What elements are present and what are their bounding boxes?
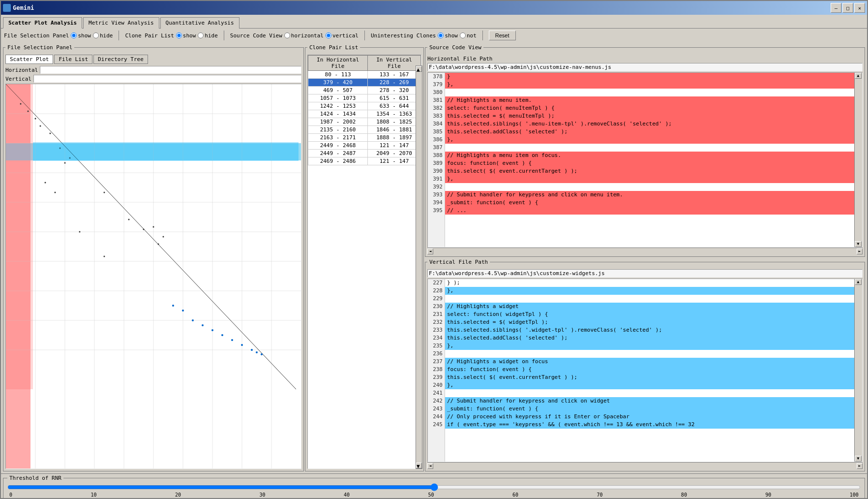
scatter-plot-container[interactable]: Number of drawn Files: 277 Lines of draw… bbox=[5, 84, 301, 469]
file-selection-hide-option[interactable]: hide bbox=[93, 32, 113, 39]
vertical-line-numbers: 2272282292302312322332342352362372382392… bbox=[428, 279, 445, 462]
svg-point-28 bbox=[153, 226, 154, 228]
svg-point-48 bbox=[104, 192, 105, 193]
svg-point-26 bbox=[79, 231, 81, 233]
source-panel: Source Code View Horizontal File Path F:… bbox=[425, 44, 865, 471]
uninteresting-group: Uninteresting Clones show not bbox=[371, 32, 477, 39]
tab-quantitative[interactable]: Quantitative Analysis bbox=[160, 17, 239, 29]
threshold-panel: Threshold of RNR 0 10 20 30 40 50 60 70 … bbox=[1, 473, 867, 498]
clone-pair-table-container: In Horizontal File In Vertical File 80 -… bbox=[307, 55, 421, 469]
clone-pair-radio-group: show hide bbox=[176, 32, 218, 39]
clone-pair-row[interactable]: 1057 - 1073615 - 631 bbox=[308, 94, 421, 102]
clone-pair-row[interactable]: 2163 - 21711888 - 1897 bbox=[308, 134, 421, 142]
v-scroll-track bbox=[855, 285, 862, 456]
h-scroll-down[interactable]: ▼ bbox=[855, 241, 862, 247]
svg-point-35 bbox=[221, 334, 223, 336]
horizontal-input[interactable] bbox=[40, 66, 301, 74]
threshold-title: Threshold of RNR bbox=[7, 475, 63, 481]
axis-labels: Horizontal Vertical bbox=[5, 66, 301, 83]
vertical-code-area: 2272282292302312322332342352362372382392… bbox=[427, 279, 863, 462]
uninteresting-show-option[interactable]: show bbox=[438, 32, 458, 39]
separator-2 bbox=[224, 31, 224, 40]
clone-pair-row[interactable]: 2469 - 2486121 - 147 bbox=[308, 157, 421, 165]
v-hscroll-track bbox=[433, 463, 857, 469]
clone-pair-row[interactable]: 2449 - 2468121 - 147 bbox=[308, 142, 421, 150]
v-scroll-up[interactable]: ▲ bbox=[855, 279, 862, 285]
col-vertical: In Vertical File bbox=[368, 56, 421, 71]
source-code-view-title: Source Code View bbox=[427, 44, 483, 51]
maximize-button[interactable]: □ bbox=[842, 3, 853, 13]
svg-point-31 bbox=[182, 310, 184, 312]
h-scroll-left[interactable]: ◄ bbox=[427, 249, 433, 254]
v-scroll-left[interactable]: ◄ bbox=[427, 463, 433, 469]
h-hscrollbar[interactable]: ◄ ► bbox=[427, 248, 863, 254]
svg-point-49 bbox=[128, 219, 130, 220]
clone-pair-row[interactable]: 379 - 420228 - 269 bbox=[308, 79, 421, 87]
horizontal-path-row: Horizontal File Path bbox=[427, 55, 863, 63]
svg-point-45 bbox=[50, 133, 51, 134]
uninteresting-not-option[interactable]: not bbox=[460, 32, 477, 39]
svg-point-23 bbox=[45, 182, 46, 184]
vertical-input[interactable] bbox=[33, 75, 301, 83]
tick-row: 0 10 20 30 40 50 60 70 80 90 100 bbox=[7, 492, 861, 498]
clone-pair-group: Clone Pair List show hide bbox=[125, 32, 217, 39]
sub-tab-scatter[interactable]: Scatter Plot bbox=[5, 55, 53, 64]
sub-tab-directory[interactable]: Directory Tree bbox=[93, 55, 148, 64]
tab-metric-view[interactable]: Metric View Analysis bbox=[83, 17, 159, 29]
toolbar: File Selection Panel show hide Clone Pai… bbox=[1, 28, 867, 42]
svg-point-34 bbox=[211, 329, 213, 331]
svg-point-32 bbox=[192, 319, 194, 321]
horizontal-file-view: Source Code View Horizontal File Path F:… bbox=[425, 44, 865, 257]
svg-point-41 bbox=[20, 103, 22, 105]
horizontal-label: Horizontal bbox=[5, 67, 38, 73]
clone-pair-label: Clone Pair List bbox=[125, 32, 174, 39]
svg-point-24 bbox=[55, 192, 56, 193]
svg-point-51 bbox=[158, 244, 159, 245]
svg-point-29 bbox=[163, 236, 164, 238]
h-scroll-track bbox=[855, 79, 862, 241]
title-bar: Gemini — □ ✕ bbox=[1, 1, 867, 15]
v-scroll-right[interactable]: ► bbox=[857, 463, 863, 469]
h-scrollbar[interactable]: ▲ ▼ bbox=[854, 73, 862, 247]
scroll-arrow-up[interactable]: ▲ bbox=[416, 66, 422, 72]
horizontal-code-lines: } }, // Highlights a menu item. select: … bbox=[445, 73, 854, 247]
h-scroll-up[interactable]: ▲ bbox=[855, 73, 862, 79]
v-scroll-down[interactable]: ▼ bbox=[855, 456, 862, 462]
clone-pair-row[interactable]: 469 - 507278 - 320 bbox=[308, 87, 421, 94]
v-hscrollbar[interactable]: ◄ ► bbox=[427, 462, 863, 469]
svg-point-33 bbox=[202, 324, 204, 326]
source-vertical-option[interactable]: vertical bbox=[326, 32, 359, 39]
vertical-file-view: Vertical File Path F:\data\wordpress-4.5… bbox=[425, 259, 865, 471]
v-scrollbar[interactable]: ▲ ▼ bbox=[854, 279, 862, 462]
clone-pair-table: In Horizontal File In Vertical File 80 -… bbox=[308, 55, 421, 165]
clone-pair-row[interactable]: 80 - 113133 - 167 bbox=[308, 71, 421, 79]
clone-pair-row[interactable]: 1424 - 14341354 - 1363 bbox=[308, 110, 421, 118]
h-path-label: Horizontal File Path bbox=[427, 56, 492, 62]
reset-button[interactable]: Reset bbox=[489, 31, 516, 40]
main-tabs: Scatter Plot Analysis Metric View Analys… bbox=[1, 15, 867, 28]
tab-scatter-plot[interactable]: Scatter Plot Analysis bbox=[3, 17, 82, 29]
source-code-label: Source Code View bbox=[230, 32, 282, 39]
close-button[interactable]: ✕ bbox=[854, 3, 865, 13]
clone-pair-row[interactable]: 1242 - 1253633 - 644 bbox=[308, 102, 421, 110]
sub-tab-file-list[interactable]: File List bbox=[54, 55, 92, 64]
threshold-slider[interactable] bbox=[7, 483, 861, 491]
window-controls: — □ ✕ bbox=[831, 3, 865, 13]
clone-pair-row[interactable]: 1987 - 20021808 - 1825 bbox=[308, 118, 421, 126]
clone-pair-title: Clone Pair List bbox=[307, 44, 360, 51]
vertical-code-lines: } ); }, // Highlights a widget select: f… bbox=[445, 279, 854, 462]
clone-pair-row[interactable]: 2449 - 24872049 - 2070 bbox=[308, 150, 421, 157]
horizontal-file-path: F:\data\wordpress-4.5\wp-admin\js\custom… bbox=[427, 63, 863, 71]
svg-point-38 bbox=[251, 349, 253, 351]
clone-pair-row[interactable]: 2135 - 21601846 - 1881 bbox=[308, 126, 421, 134]
clone-pair-hide-option[interactable]: hide bbox=[198, 32, 218, 39]
window-title: Gemini bbox=[13, 4, 34, 11]
h-scroll-right[interactable]: ► bbox=[857, 249, 863, 254]
svg-point-36 bbox=[231, 339, 233, 341]
source-horizontal-option[interactable]: horizontal bbox=[284, 32, 324, 39]
scroll-arrow-down[interactable]: ▼ bbox=[416, 463, 422, 468]
minimize-button[interactable]: — bbox=[831, 3, 841, 13]
clone-pair-show-option[interactable]: show bbox=[176, 32, 196, 39]
file-selection-show-option[interactable]: show bbox=[71, 32, 91, 39]
clone-pair-scrollbar[interactable]: ▲ ▼ bbox=[416, 65, 422, 469]
